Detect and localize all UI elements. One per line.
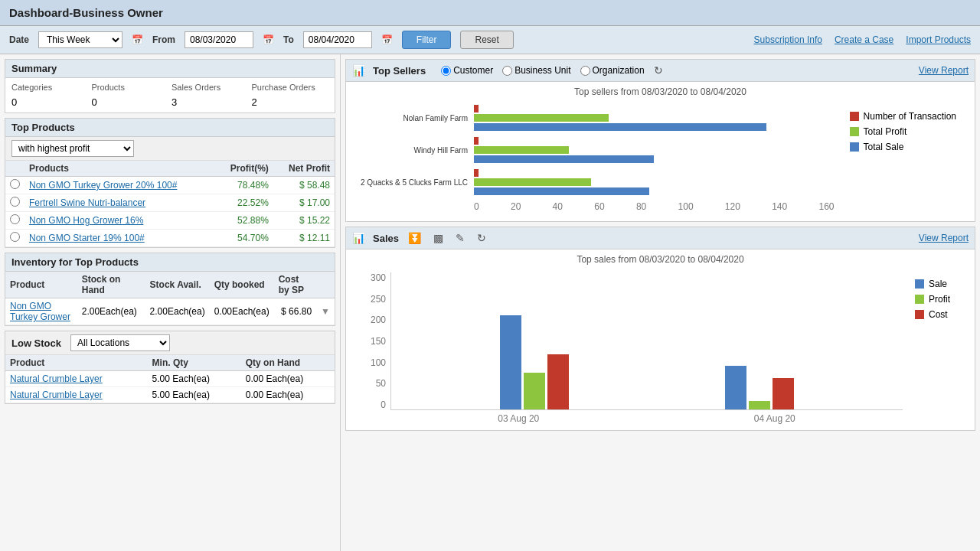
inv-product[interactable]: Non GMO Turkey Grower: [5, 298, 77, 325]
top-products-header: Top Products: [5, 119, 335, 137]
list-item: Natural Crumble Layer 5.00 Each(ea) 0.00…: [5, 387, 335, 403]
summary-header: Summary: [5, 60, 335, 78]
create-case-link[interactable]: Create a Case: [835, 34, 893, 45]
low-stock-toolbar: Low Stock All Locations: [5, 331, 335, 355]
bar-group: [725, 366, 794, 409]
sales-section: 📊 Sales ⏬ ▩ ✎ ↻ View Report Top sales fr…: [345, 227, 975, 431]
legend-color-green: [850, 127, 859, 136]
bar-group: [500, 315, 569, 409]
ts-bar-profit: [474, 146, 835, 154]
ts-bars-section: Nolan Family Farm Windy Hill Farm 2 Quac…: [355, 105, 835, 212]
ts-customer-label: Windy Hill Farm: [355, 146, 474, 155]
sales-edit-btn[interactable]: ✎: [452, 230, 468, 246]
ts-legend: Number of Transaction Total Profit Total…: [841, 105, 965, 158]
to-label: To: [283, 34, 294, 45]
sales-view-report[interactable]: View Report: [919, 233, 969, 243]
sales-legend-profit: Profit: [915, 294, 950, 305]
x-axis-label: 04 Aug 20: [754, 413, 795, 424]
toolbar-links: Subscription Info Create a Case Import P…: [754, 34, 971, 45]
table-row: Non GMO Hog Grower 16% 52.88% $ 15.22: [5, 212, 335, 230]
radio-cell[interactable]: [5, 194, 24, 212]
radio-cell[interactable]: [5, 212, 24, 230]
reset-button[interactable]: Reset: [460, 31, 513, 49]
inv-qty-booked: 0.00Each(ea): [210, 298, 274, 325]
purchase-orders-value: 2: [252, 95, 329, 108]
ts-row: Nolan Family Farm: [355, 105, 835, 131]
summary-grid: Categories Products Sales Orders Purchas…: [5, 78, 335, 112]
profit-bar: [524, 373, 545, 409]
calendar-icon-to-btn[interactable]: 📅: [263, 34, 274, 45]
radio-cell[interactable]: [5, 177, 24, 194]
date-select[interactable]: This Week: [38, 31, 122, 48]
products-value: 0: [92, 95, 169, 108]
categories-value: 0: [11, 95, 89, 108]
profit-bar: [749, 401, 770, 409]
product-name[interactable]: Non GMO Hog Grower 16%: [24, 212, 216, 230]
summary-section: Summary Categories Products Sales Orders…: [5, 59, 335, 113]
main-content: Summary Categories Products Sales Orders…: [0, 54, 980, 551]
to-date-input[interactable]: [303, 31, 372, 48]
sales-bars-area: [390, 272, 903, 410]
ls-col-product: Product: [5, 355, 148, 371]
table-row: Non GMO Turkey Grower 20% 100# 78.48% $ …: [5, 177, 335, 194]
legend-total-profit: Total Profit: [850, 126, 956, 137]
top-sellers-view-report[interactable]: View Report: [919, 65, 969, 76]
bar-num-tx: [474, 105, 479, 112]
ts-row: Windy Hill Farm: [355, 137, 835, 163]
radio-customer[interactable]: Customer: [441, 65, 493, 76]
legend-profit-color: [915, 295, 924, 304]
ls-col-min-qty: Min. Qty: [148, 355, 241, 371]
ls-product[interactable]: Natural Crumble Layer: [5, 387, 148, 403]
ts-bar-sale: [474, 123, 835, 131]
import-products-link[interactable]: Import Products: [906, 34, 971, 45]
top-sellers-refresh-btn[interactable]: ↻: [651, 63, 666, 78]
ts-bar-tx: [474, 169, 835, 177]
from-date-input[interactable]: [185, 31, 253, 48]
profit-pct: 22.52%: [216, 194, 273, 212]
inv-scroll[interactable]: ▼: [316, 298, 335, 325]
legend-cost-color: [915, 310, 924, 319]
radio-business-unit[interactable]: Business Unit: [502, 65, 570, 76]
low-stock-table: Product Min. Qty Qty on Hand Natural Cru…: [5, 355, 335, 403]
inventory-table: Product Stock on Hand Stock Avail. Qty b…: [5, 272, 335, 325]
subscription-info-link[interactable]: Subscription Info: [754, 34, 822, 45]
top-sellers-header: 📊 Top Sellers Customer Business Unit Org…: [346, 60, 975, 82]
low-stock-header: Low Stock: [11, 337, 64, 349]
inv-col-product: Product: [5, 272, 77, 298]
ts-bars: [474, 137, 835, 163]
sales-line-chart-btn[interactable]: ⏬: [405, 230, 424, 246]
inventory-header: Inventory for Top Products: [5, 253, 335, 272]
sales-bar-chart-btn[interactable]: ▩: [430, 230, 446, 246]
calendar-icon-from: 📅: [132, 34, 143, 45]
sales-header: 📊 Sales ⏬ ▩ ✎ ↻ View Report: [346, 227, 975, 249]
legend-num-tx: Number of Transaction: [850, 111, 956, 122]
low-stock-location-select[interactable]: All Locations: [70, 334, 170, 351]
radio-cell[interactable]: [5, 230, 24, 247]
inventory-section: Inventory for Top Products Product Stock…: [5, 253, 335, 326]
inv-col-qty-booked: Qty booked: [210, 272, 274, 298]
inv-stock-avail: 2.00Each(ea): [145, 298, 210, 325]
legend-color-red: [850, 112, 859, 121]
product-name[interactable]: Non GMO Turkey Grower 20% 100#: [24, 177, 216, 194]
filter-button[interactable]: Filter: [402, 31, 452, 49]
calendar-icon-to[interactable]: 📅: [381, 34, 393, 45]
radio-organization[interactable]: Organization: [580, 65, 645, 76]
inv-stock-hand: 2.00Each(ea): [77, 298, 145, 325]
ls-min-qty: 5.00 Each(ea): [148, 387, 241, 403]
ls-col-qty-hand: Qty on Hand: [241, 355, 335, 371]
cost-bar: [547, 354, 569, 409]
top-products-filter-select[interactable]: with highest profit: [11, 140, 134, 157]
legend-color-blue: [850, 142, 859, 152]
toolbar: Date This Week 📅 From 📅 To 📅 Filter Rese…: [0, 26, 980, 54]
ls-product[interactable]: Natural Crumble Layer: [5, 371, 148, 387]
radio-group: Customer Business Unit Organization: [441, 65, 644, 76]
ts-bar-sale: [474, 155, 835, 163]
product-name[interactable]: Non GMO Starter 19% 100#: [24, 230, 216, 247]
product-name[interactable]: Fertrell Swine Nutri-balancer: [24, 194, 216, 212]
right-panel: 📊 Top Sellers Customer Business Unit Org…: [341, 54, 980, 551]
sales-chart-area: 300 250 200 150 100 50 0: [346, 266, 975, 430]
table-row: Fertrell Swine Nutri-balancer 22.52% $ 1…: [5, 194, 335, 212]
sales-refresh-btn[interactable]: ↻: [474, 230, 489, 246]
table-row: Non GMO Starter 19% 100# 54.70% $ 12.11: [5, 230, 335, 247]
sales-legend-cost: Cost: [915, 309, 950, 320]
